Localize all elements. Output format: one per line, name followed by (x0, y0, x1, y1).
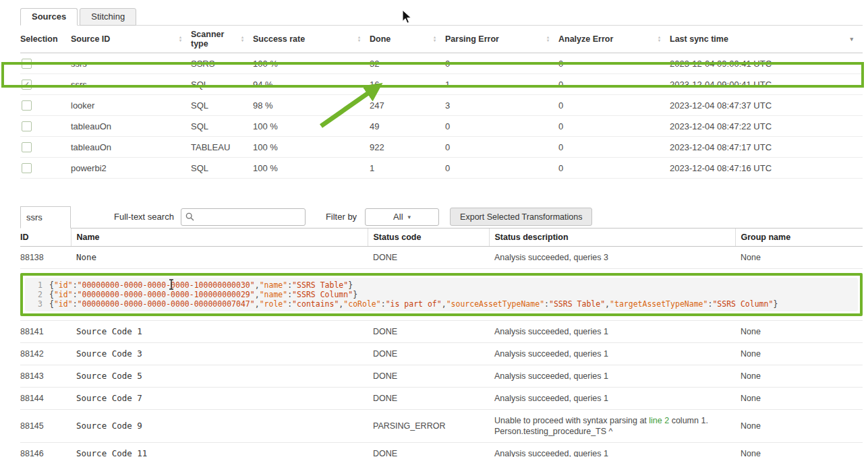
status-description-text: Analysis succeeded, queries 1 (494, 349, 608, 359)
filter-dropdown[interactable]: All ▾ (365, 208, 439, 226)
source-row[interactable]: ssrs SSRS 100 % 32 0 0 2023-12-04 09:00:… (20, 53, 863, 74)
cell-success-rate: 100 % (253, 116, 370, 137)
sources-header-row: Selection Source ID ▴▾ Scanner type ▴▾ S… (20, 26, 863, 53)
cell-group-name: None (735, 365, 863, 388)
row-checkbox[interactable] (22, 100, 32, 111)
cell-parsing-error: 0 (445, 137, 558, 158)
cell-done: 922 (370, 137, 445, 158)
column-header-label: Analyze Error (558, 34, 613, 44)
expanded-code-row: 1{"id":"00000000-0000-0000-0000-10000000… (20, 269, 863, 321)
column-header-label: Parsing Error (445, 34, 499, 44)
cell-last-sync-time: 2023-12-04 08:47:37 UTC (670, 95, 863, 116)
column-header[interactable]: Success rate ▴▾ (253, 26, 370, 53)
cell-source-id: ssrs (71, 74, 191, 95)
transformation-row[interactable]: 88142 Source Code 3 DONE Analysis succee… (20, 343, 863, 365)
row-checkbox[interactable] (22, 142, 32, 152)
code-line-text: {"id":"00000000-0000-0000-0000-100000000… (49, 290, 357, 299)
source-row[interactable]: ✓ ssrs SQL 94 % 16 1 0 2023-12-04 09:00:… (20, 74, 863, 95)
row-checkbox[interactable] (22, 163, 32, 173)
column-header-label: Source ID (71, 34, 110, 44)
cell-status-code: DONE (368, 365, 489, 388)
cell-status-code: DONE (368, 321, 489, 343)
sort-icon[interactable]: ▴▾ (179, 36, 181, 42)
cell-id: 88144 (20, 388, 71, 410)
source-row[interactable]: tableauOn TABLEAU 100 % 922 0 0 2023-12-… (20, 137, 863, 158)
status-description-text: Analysis succeeded, queries 1 (494, 449, 608, 457)
row-checkbox[interactable] (22, 121, 32, 131)
transformation-row[interactable]: 88138 None DONE Analysis succeeded, quer… (20, 247, 863, 269)
transformation-row[interactable]: 88143 Source Code 5 DONE Analysis succee… (20, 365, 863, 388)
tab-sources[interactable]: Sources (20, 8, 78, 26)
cell-group-name: None (735, 443, 863, 457)
transformation-row[interactable]: 88146 Source Code 11 DONE Analysis succe… (20, 443, 863, 457)
cell-analyze-error: 0 (558, 74, 670, 95)
sort-icon[interactable]: ▴▾ (547, 36, 549, 42)
cell-group-name: None (735, 343, 863, 365)
status-description-text: Unable to proceed with syntax parsing at (494, 416, 649, 425)
column-header[interactable]: Last sync time ▾ (670, 26, 863, 53)
transformation-row[interactable]: 88145 Source Code 9 PARSING_ERROR Unable… (20, 410, 863, 443)
cell-status-code: DONE (368, 443, 489, 457)
column-header[interactable]: Scanner type ▴▾ (191, 26, 253, 53)
column-header-label: Name (77, 233, 100, 242)
column-header[interactable]: Group name (735, 228, 863, 247)
sort-icon[interactable]: ▴▾ (434, 36, 436, 42)
sort-icon[interactable]: ▴▾ (241, 36, 243, 42)
cell-parsing-error: 0 (445, 158, 558, 179)
column-header[interactable]: ID (20, 228, 71, 247)
column-header[interactable]: Analyze Error ▴▾ (558, 26, 670, 53)
sources-table: Selection Source ID ▴▾ Scanner type ▴▾ S… (20, 25, 863, 179)
cell-done: 16 (370, 74, 445, 95)
detail-tab-ssrs[interactable]: ssrs (20, 206, 71, 228)
search-input[interactable] (198, 212, 301, 222)
cell-analyze-error: 0 (558, 158, 670, 179)
detail-toolbar: ssrs Full-text search Filter by All ▾ Ex… (20, 206, 863, 228)
sort-icon[interactable]: ▴▾ (358, 36, 360, 42)
cell-group-name: None (735, 321, 863, 343)
cell-id: 88145 (20, 410, 71, 443)
cell-status-description: Analysis succeeded, queries 1 (489, 343, 735, 365)
cell-source-id: tableauOn (71, 116, 191, 137)
column-header[interactable]: Done ▴▾ (370, 26, 445, 53)
line-number: 2 (32, 290, 42, 299)
cell-success-rate: 100 % (253, 53, 370, 74)
cell-name: None (71, 247, 368, 269)
column-header[interactable]: Status description (489, 228, 735, 247)
annotation-highlight-code-block: 1{"id":"00000000-0000-0000-0000-10000000… (20, 273, 863, 316)
cell-status-description: Analysis succeeded, queries 1 (489, 388, 735, 410)
cell-name: Source Code 11 (71, 443, 368, 457)
column-header-label: Group name (741, 233, 791, 242)
filter-caret-icon[interactable]: ▾ (850, 36, 853, 42)
cell-scanner-type: SQL (191, 116, 253, 137)
column-header-label: ID (20, 233, 29, 242)
tab-stitching[interactable]: Stitching (80, 8, 136, 26)
cell-scanner-type: SSRS (191, 53, 253, 74)
cell-parsing-error: 1 (445, 74, 558, 95)
column-header[interactable]: Source ID ▴▾ (71, 26, 191, 53)
cell-done: 1 (370, 158, 445, 179)
cell-name: Source Code 1 (71, 321, 368, 343)
column-header[interactable]: Name (71, 228, 368, 247)
cell-status-description: Analysis succeeded, queries 1 (489, 321, 735, 343)
source-row[interactable]: powerbi2 SQL 100 % 1 0 0 2023-12-04 08:4… (20, 158, 863, 179)
search-box[interactable] (181, 208, 306, 226)
column-header[interactable]: Status code (368, 228, 489, 247)
row-checkbox[interactable]: ✓ (22, 80, 32, 90)
source-row[interactable]: tableauOn SQL 100 % 49 0 0 2023-12-04 08… (20, 116, 863, 137)
sort-icon[interactable]: ▴▾ (658, 36, 660, 42)
top-tab-bar: Sources Stitching (20, 8, 863, 25)
cell-done: 247 (370, 95, 445, 116)
source-row[interactable]: looker SQL 98 % 247 3 0 2023-12-04 08:47… (20, 95, 863, 116)
column-header[interactable]: Selection (20, 26, 71, 53)
export-selected-transformations-button[interactable]: Export Selected Transformations (450, 208, 592, 226)
cell-last-sync-time: 2023-12-04 08:47:16 UTC (670, 158, 863, 179)
cell-source-id: ssrs (71, 53, 191, 74)
transformation-row[interactable]: 88141 Source Code 1 DONE Analysis succee… (20, 321, 863, 343)
status-description-link[interactable]: line 2 (649, 416, 669, 425)
column-header[interactable]: Parsing Error ▴▾ (445, 26, 558, 53)
transformation-row[interactable]: 88144 Source Code 7 DONE Analysis succee… (20, 388, 863, 410)
row-checkbox[interactable] (22, 59, 32, 69)
cell-analyze-error: 0 (558, 95, 670, 116)
column-header-label: Selection (20, 34, 58, 44)
cell-success-rate: 94 % (253, 74, 370, 95)
